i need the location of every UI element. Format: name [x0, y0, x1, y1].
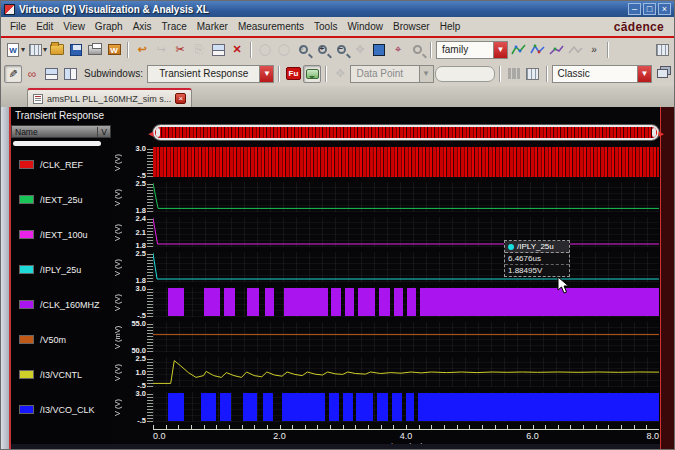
- overview-range-slider[interactable]: ◀ ▶: [153, 125, 659, 140]
- signal-row-i3-vcntl[interactable]: /I3/VCNTL: [11, 357, 113, 392]
- menu-tools[interactable]: Tools: [309, 19, 342, 34]
- signal-list: /CLK_REF/IEXT_25u/IEXT_100u/IPLY_25u/CLK…: [11, 147, 113, 427]
- histogram-icon: [508, 68, 520, 79]
- menu-measurements[interactable]: Measurements: [233, 19, 309, 34]
- waveform-iext-100u[interactable]: [153, 217, 659, 247]
- signal-row-iply-25u[interactable]: /IPLY_25u: [11, 252, 113, 287]
- open-button[interactable]: [48, 41, 66, 59]
- move-marker-button[interactable]: ✥: [331, 65, 349, 83]
- menu-trace[interactable]: Trace: [157, 19, 192, 34]
- title-bar[interactable]: Virtuoso (R) Visualization & Analysis XL…: [1, 1, 674, 17]
- waveform-iext-25u[interactable]: [153, 182, 659, 212]
- copy-button[interactable]: ⎘: [190, 41, 208, 59]
- split-horizontal-button[interactable]: [42, 65, 60, 83]
- slider-left-arrow-icon[interactable]: ◀: [148, 130, 153, 138]
- subwindows-dropdown-icon[interactable]: ▼: [259, 66, 273, 82]
- plot-style-button-4[interactable]: [566, 41, 584, 59]
- delete-button[interactable]: ✕: [228, 41, 246, 59]
- trace-line: [153, 252, 659, 282]
- waveform-clk-160mhz[interactable]: [153, 287, 659, 317]
- panel-column-header[interactable]: Name V: [11, 125, 111, 138]
- menu-marker[interactable]: Marker: [192, 19, 233, 34]
- menu-window[interactable]: Window: [342, 19, 388, 34]
- family-dropdown-icon[interactable]: ▼: [493, 42, 507, 58]
- appearance-select[interactable]: Classic ▼: [552, 65, 653, 83]
- zoom-box-icon: [373, 44, 385, 56]
- undo-icon: ↩: [137, 43, 146, 56]
- calculator-button[interactable]: [524, 65, 542, 83]
- plot-style-button-1[interactable]: [509, 41, 527, 59]
- maximize-button[interactable]: □: [643, 3, 656, 15]
- zoom-fit-button[interactable]: ▫: [294, 41, 312, 59]
- pulse-block: [329, 393, 339, 421]
- signal-row-clk-160mhz[interactable]: /CLK_160MHZ: [11, 287, 113, 322]
- slider-right-arrow-icon[interactable]: ▶: [659, 130, 664, 138]
- menu-edit[interactable]: Edit: [31, 19, 58, 34]
- menu-help[interactable]: Help: [435, 19, 466, 34]
- reader-mode-button[interactable]: ∞: [23, 65, 41, 83]
- histogram-button[interactable]: [505, 65, 523, 83]
- plot-style-button-2[interactable]: [528, 41, 546, 59]
- previous-zoom-button[interactable]: ◯: [256, 41, 274, 59]
- pulse-block: [220, 393, 232, 421]
- panel-scrollbar[interactable]: [13, 141, 101, 146]
- menu-view[interactable]: View: [58, 19, 90, 34]
- menu-file[interactable]: File: [5, 19, 31, 34]
- zoom-in-button[interactable]: +: [313, 41, 331, 59]
- layout-button[interactable]: [26, 41, 44, 59]
- waveform-iply-25u[interactable]: [153, 252, 659, 282]
- pan-button[interactable]: ✥: [351, 41, 369, 59]
- save-button[interactable]: [67, 41, 85, 59]
- toolbar-overflow-button[interactable]: »: [585, 41, 603, 59]
- waveform-i3-vco-clk[interactable]: [153, 392, 659, 422]
- menu-graph[interactable]: Graph: [90, 19, 128, 34]
- paste-button[interactable]: [209, 41, 227, 59]
- signal-row-iext-25u[interactable]: /IEXT_25u: [11, 182, 113, 217]
- datapoint-dropdown-icon[interactable]: ▼: [419, 66, 433, 82]
- close-button[interactable]: ×: [658, 3, 671, 15]
- signal-row-iext-100u[interactable]: /IEXT_100u: [11, 217, 113, 252]
- pulse-block: [284, 288, 328, 316]
- tab-amspll[interactable]: amsPLL PLL_160MHZ_sim s... ×: [27, 88, 192, 107]
- next-zoom-button[interactable]: ◯: [275, 41, 293, 59]
- signal-row-clk-ref[interactable]: /CLK_REF: [11, 147, 113, 182]
- cascade-windows-button[interactable]: [653, 65, 671, 83]
- zoom-box-button[interactable]: [370, 41, 388, 59]
- pulse-block: [377, 393, 388, 421]
- signal-row-i3-vco-clk[interactable]: /I3/VCO_CLK: [11, 392, 113, 427]
- label-callout-button[interactable]: [303, 65, 321, 83]
- menu-axis[interactable]: Axis: [128, 19, 157, 34]
- subwindows-select[interactable]: Transient Response ▼: [147, 65, 275, 83]
- waveform-v50m[interactable]: [153, 322, 659, 352]
- slider-right-grip[interactable]: [652, 128, 656, 137]
- y-axis-clk-ref: V (V)3.0-.5: [113, 147, 147, 177]
- minimize-button[interactable]: –: [628, 3, 641, 15]
- separator: [607, 42, 609, 58]
- waveform-clk-ref[interactable]: [153, 147, 659, 177]
- datapoint-select[interactable]: Data Point ▼: [350, 65, 433, 83]
- separator: [546, 66, 548, 82]
- undo-button[interactable]: ↩: [133, 41, 151, 59]
- cut-button[interactable]: ✂: [171, 41, 189, 59]
- strategy-button[interactable]: ⌖: [389, 41, 407, 59]
- waveform-strips: [153, 147, 659, 427]
- split-vertical-button[interactable]: [61, 65, 79, 83]
- tab-close-icon[interactable]: ×: [175, 93, 186, 104]
- spreadsheet-button[interactable]: [653, 41, 671, 59]
- plot-style-button-3[interactable]: [547, 41, 565, 59]
- print-button[interactable]: [86, 41, 104, 59]
- redo-button[interactable]: ↪: [152, 41, 170, 59]
- marker-value-field[interactable]: [435, 66, 495, 82]
- slider-left-grip[interactable]: [156, 128, 160, 137]
- menu-browser[interactable]: Browser: [388, 19, 435, 34]
- family-select[interactable]: family ▼: [436, 41, 508, 59]
- pointer-mode-button[interactable]: ✎: [4, 65, 22, 83]
- capture-button[interactable]: W: [105, 41, 123, 59]
- new-window-button[interactable]: W: [4, 41, 22, 59]
- appearance-dropdown-icon[interactable]: ▼: [637, 66, 651, 82]
- waveform-i3-vcntl[interactable]: [153, 357, 659, 387]
- function-button[interactable]: Fu: [284, 65, 302, 83]
- zoom-out-button[interactable]: −: [332, 41, 350, 59]
- search-button[interactable]: [408, 41, 426, 59]
- signal-row-v50m[interactable]: /V50m: [11, 322, 113, 357]
